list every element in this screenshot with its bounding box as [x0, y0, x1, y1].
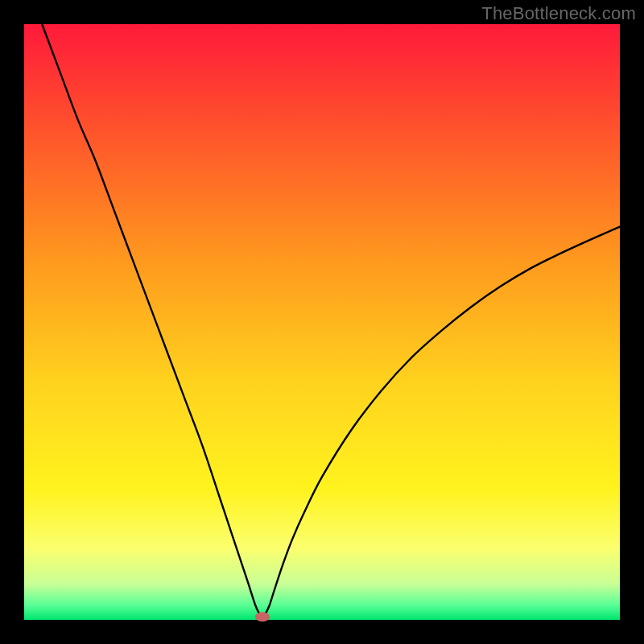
- bottleneck-chart: [0, 0, 644, 644]
- optimum-marker: [255, 612, 270, 621]
- chart-container: TheBottleneck.com: [0, 0, 644, 644]
- plot-background: [24, 24, 620, 620]
